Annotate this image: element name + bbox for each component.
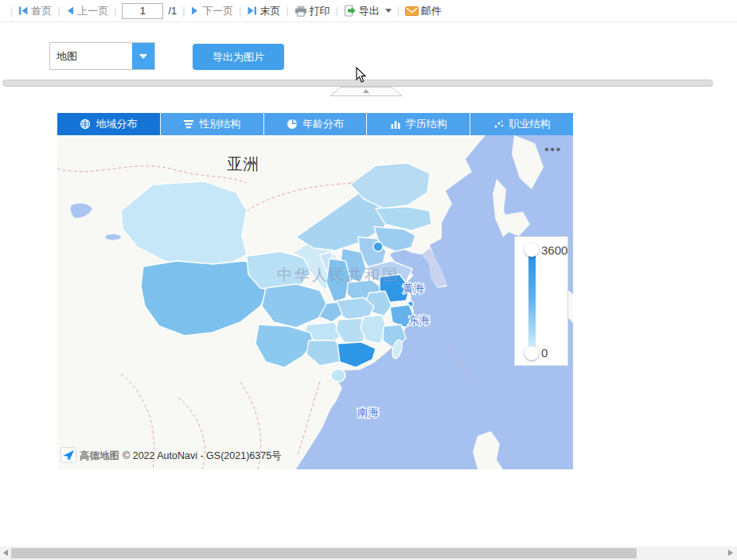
map-more-menu-button[interactable]: ••• [544,143,562,155]
legend-min-value: 0 [541,346,548,360]
china-choropleth-map[interactable]: 亚洲 中华人民共和国 黄海 东海 南海 ••• 3600 0 高德地图 © 20… [57,135,573,469]
export-icon [344,5,357,17]
export-dropdown-caret [385,9,392,13]
scrollbar-thumb[interactable] [11,548,637,558]
separator: | [286,6,288,17]
next-page-icon [190,6,200,16]
export-as-image-button[interactable]: 导出为图片 [193,44,284,70]
first-page-icon [18,6,29,16]
yellow-sea-label: 黄海 [403,282,424,294]
separator: | [239,6,241,17]
tab-gender-structure[interactable]: 性别结构 [161,113,264,135]
separator: | [397,6,400,17]
prev-page-icon [65,6,75,16]
pie-icon [287,119,298,130]
export-button[interactable]: 导出 [344,4,392,18]
separator: | [182,6,185,17]
last-page-button[interactable]: 末页 [247,4,280,18]
amap-brand-label: 高德地图 [80,449,119,463]
separator: | [114,6,116,17]
funnel-icon [183,119,194,130]
chart-tab-bar: 地域分布 性别结构 年龄分布 学历结构 职业结构 [57,113,573,135]
basemap-canvas[interactable]: 亚洲 中华人民共和国 黄海 东海 南海 [57,135,573,469]
tab-education-structure[interactable]: 学历结构 [367,113,470,135]
prev-page-button[interactable]: 上一页 [65,4,108,18]
next-page-button[interactable]: 下一页 [190,4,233,18]
south-china-sea-label: 南海 [357,406,379,418]
separator: | [336,6,338,17]
legend-max-value: 3600 [541,243,567,257]
continent-label: 亚洲 [227,155,259,173]
last-page-icon [247,6,257,16]
copyright-label: © 2022 AutoNavi - GS(2021)6375号 [123,449,282,463]
tab-region-distribution[interactable]: 地域分布 [57,113,161,135]
legend-min-handle[interactable] [524,346,539,360]
legend-gradient-bar [528,249,536,355]
page-total-label: /1 [168,5,177,17]
chart-type-selected-value: 地图 [50,43,132,69]
map-attribution: 高德地图 © 2022 AutoNavi - GS(2021)6375号 [60,447,282,465]
report-toolbar: | 首页 | 上一页 | /1 | 下一页 | 末页 | [0,0,737,22]
first-page-button[interactable]: 首页 [18,4,52,18]
tab-age-distribution[interactable]: 年龄分布 [264,113,368,135]
page-number-input[interactable] [122,3,163,19]
select-dropdown-button[interactable] [132,43,154,69]
globe-icon [80,119,91,130]
panel-collapse-handle[interactable] [330,85,403,95]
province-beijing [373,242,383,251]
separator: | [10,6,13,17]
province-hainan [331,369,345,382]
mail-icon [405,6,419,16]
choropleth-legend: 3600 0 [514,236,568,366]
tab-occupation-structure[interactable]: 职业结构 [470,113,573,135]
scroll-left-icon[interactable] [3,550,8,556]
chevron-down-icon [139,54,147,59]
separator: | [57,6,60,17]
legend-max-handle[interactable] [524,243,539,257]
scatter-icon [493,119,505,130]
chart-type-select[interactable]: 地图 [49,42,155,70]
print-button[interactable]: 打印 [294,4,330,18]
print-icon [294,6,307,17]
mail-button[interactable]: 邮件 [405,4,442,18]
east-china-sea-label: 东海 [408,314,430,326]
country-label: 中华人民共和国 [277,266,400,283]
amap-logo-icon [60,447,76,465]
scroll-right-icon[interactable] [728,550,733,556]
bar-chart-icon [390,119,401,130]
horizontal-scrollbar[interactable] [0,546,737,560]
